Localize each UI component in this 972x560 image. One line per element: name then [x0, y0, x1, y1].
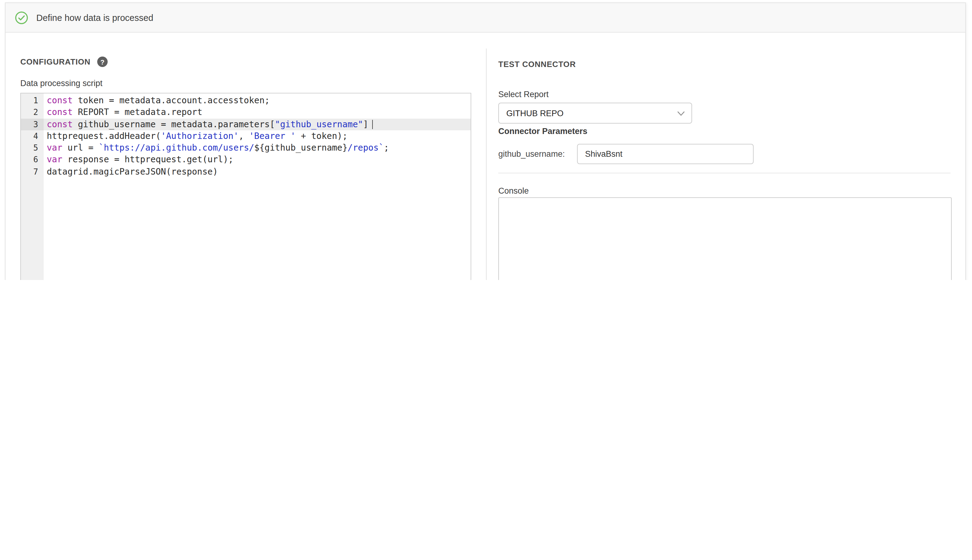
code-text: httprequest.addHeader('Authorization', '… — [44, 130, 471, 142]
line-number: 2 — [21, 107, 44, 118]
console-output[interactable] — [498, 197, 952, 280]
connector-setup-page: Define how data is processed CONFIGURATI… — [0, 0, 972, 280]
code-editor[interactable]: 1const token = metadata.account.accessto… — [20, 93, 471, 280]
panel-divider — [486, 48, 487, 280]
code-line-3[interactable]: 3const github_username = metadata.parame… — [21, 118, 471, 130]
step-header-bar: Define how data is processed — [5, 3, 965, 33]
code-text: const github_username = metadata.paramet… — [44, 118, 471, 130]
code-text: var url = `https://api.github.com/users/… — [44, 142, 471, 154]
console-label: Console — [498, 186, 529, 195]
code-line-4[interactable]: 4httprequest.addHeader('Authorization', … — [21, 130, 471, 142]
check-circle-icon — [15, 11, 28, 24]
test-connector-heading: TEST CONNECTOR — [498, 60, 576, 69]
chevron-down-icon — [677, 111, 685, 116]
code-text: datagrid.magicParseJSON(response) — [44, 166, 471, 178]
line-number: 5 — [21, 142, 44, 154]
connector-parameters-heading: Connector Parameters — [498, 127, 588, 136]
line-number: 6 — [21, 154, 44, 166]
code-line-7[interactable]: 7datagrid.magicParseJSON(response) — [21, 166, 471, 178]
code-line-5[interactable]: 5var url = `https://api.github.com/users… — [21, 142, 471, 154]
line-number: 4 — [21, 130, 44, 142]
github-username-input[interactable] — [577, 144, 753, 164]
code-line-6[interactable]: 6var response = httprequest.get(url); — [21, 154, 471, 166]
text-cursor — [372, 120, 372, 129]
parameters-divider — [498, 173, 950, 173]
code-text: var response = httprequest.get(url); — [44, 154, 471, 166]
configuration-heading: CONFIGURATION — [20, 57, 90, 67]
line-number: 3 — [21, 118, 44, 130]
line-number: 1 — [21, 95, 44, 107]
report-select[interactable]: GITHUB REPO — [498, 103, 692, 123]
code-line-2[interactable]: 2const REPORT = metadata.report — [21, 107, 471, 118]
code-line-1[interactable]: 1const token = metadata.account.accessto… — [21, 95, 471, 107]
step-title: Define how data is processed — [36, 13, 153, 22]
code-text: const REPORT = metadata.report — [44, 107, 471, 118]
select-report-label: Select Report — [498, 90, 549, 99]
script-field-label: Data processing script — [20, 79, 102, 88]
line-number: 7 — [21, 166, 44, 178]
help-icon[interactable]: ? — [97, 57, 108, 67]
code-text: const token = metadata.account.accesstok… — [44, 95, 471, 107]
parameter-name-label: github_username: — [498, 149, 565, 158]
report-select-value: GITHUB REPO — [506, 108, 563, 118]
